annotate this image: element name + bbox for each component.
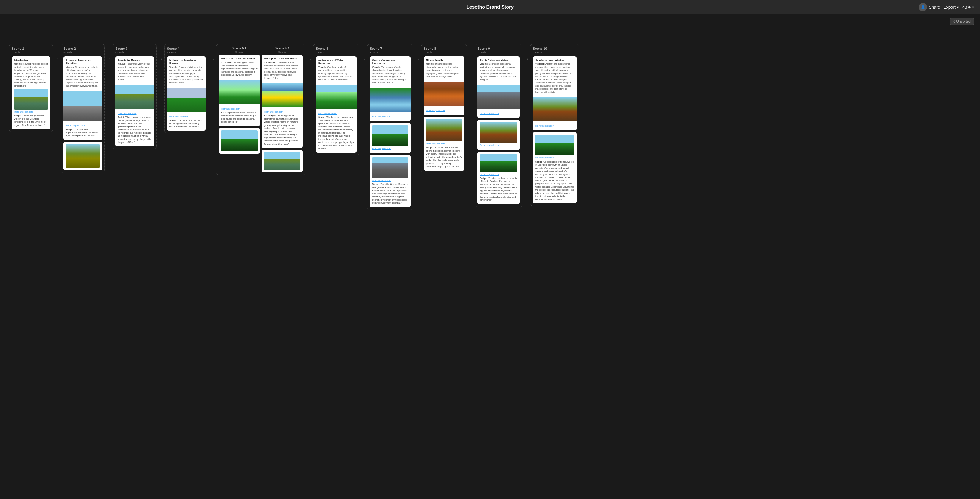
card-link[interactable]: From: unsplash.com	[426, 109, 462, 112]
card-8-1[interactable]: Mineral Wealth Visuals: Miners extractin…	[424, 56, 465, 115]
card-3-1[interactable]: Descriptive Majesty Visuals: Panoramic v…	[115, 56, 154, 147]
scene-10-title: Scene 10	[533, 47, 577, 50]
card-link[interactable]: From: unsplash.com	[264, 110, 301, 113]
scene-1-cards: Introduction Visuals: A sweeping aerial …	[12, 56, 50, 129]
card-7-1[interactable]: Water's Journey and Importance Visuals: …	[370, 56, 410, 121]
card-10-2[interactable]: From: unsplash.com Script: "So amongst o…	[533, 132, 577, 203]
card-image	[264, 152, 301, 170]
scene-8-count: 5 cards	[424, 51, 465, 54]
scene-9-cards: Call to Action and Vision Visuals: Scene…	[477, 56, 520, 204]
arrow-1-2: →	[53, 56, 61, 62]
scene-group-2: Scene 2 5 cards Symbol of Experience Ele…	[61, 44, 105, 173]
card-8-2[interactable]: From: unsplash.com Script: "In our Kingd…	[424, 117, 465, 171]
card-5-2-1[interactable]: Description of Natural Beauty 5.2 Visual…	[262, 55, 303, 148]
card-link[interactable]: From: unsplash.com	[66, 124, 100, 127]
card-link[interactable]: From: unsplash.com	[372, 115, 408, 118]
card-7-3[interactable]: From: unsplash.com Script: "From the Ora…	[370, 155, 410, 207]
card-link[interactable]: From: unsplash.com	[221, 107, 258, 110]
card-image	[477, 85, 520, 109]
scene-5-2-box: Scene 5.2 5 cards Description of Natural…	[262, 47, 303, 172]
scene-group-5: Scene 5.1 5 cards Description of Natural…	[216, 44, 305, 175]
scene-5-1-cards: Description of Natural Beauty 5.1 Visual…	[219, 55, 260, 154]
scene-5-2-title: Scene 5.2	[262, 47, 303, 50]
card-link[interactable]: From: unsplash.com	[480, 112, 517, 115]
scene-7-count: 7 cards	[370, 51, 410, 54]
card-section-label: Invitation to Experience Elevation	[169, 59, 203, 65]
card-section-label: Descriptive Majesty	[118, 59, 151, 62]
arrow-4-5: →	[208, 56, 216, 62]
scene-8-cards: Mineral Wealth Visuals: Miners extractin…	[424, 56, 465, 171]
card-image	[535, 135, 574, 155]
card-link[interactable]: From: unsplash.com	[480, 144, 517, 147]
share-button[interactable]: 👤 Share	[919, 3, 940, 11]
card-link[interactable]: From: unsplash.com	[118, 112, 151, 115]
card-5-1-1[interactable]: Description of Natural Beauty 5.1 Visual…	[219, 55, 260, 126]
card-link[interactable]: From: unsplash.com	[318, 112, 354, 115]
card-image	[221, 131, 258, 151]
card-link[interactable]: From: unsplash.com	[169, 115, 203, 118]
scene-3-title: Scene 3	[115, 47, 154, 50]
card-link[interactable]: From: unsplash.com	[480, 173, 517, 176]
card-1-1[interactable]: Introduction Visuals: A sweeping aerial …	[12, 56, 50, 129]
card-4-1[interactable]: Invitation to Experience Elevation Visua…	[167, 56, 206, 131]
app-header: Lesotho Brand Story 👤 Share Export ▾ 43%…	[0, 0, 980, 14]
chevron-down-icon: ▾	[972, 5, 974, 10]
card-link[interactable]: From: unsplash.com	[372, 179, 408, 182]
card-5-2-2[interactable]	[262, 150, 303, 172]
card-7-2[interactable]: From: unsplash.com	[370, 123, 410, 153]
card-6-1[interactable]: Agriculture and Water Resources Visuals:…	[316, 56, 356, 153]
scene-group-9: Scene 9 7 cards Call to Action and Visio…	[475, 44, 522, 207]
card-image	[426, 119, 462, 142]
card-image	[64, 91, 102, 121]
card-9-2[interactable]: From: unsplash.com	[477, 120, 520, 150]
scene-7-title: Scene 7	[370, 47, 410, 50]
card-9-3[interactable]: From: unsplash.com Script: "This too can…	[477, 152, 520, 204]
page-title: Lesotho Brand Story	[466, 5, 514, 10]
chevron-down-icon: ▾	[957, 5, 959, 10]
scene-group-7: Scene 7 7 cards Water's Journey and Impo…	[367, 44, 413, 210]
scene-10-cards: Conclusion and Invitation Visuals: A vib…	[533, 56, 577, 203]
card-link[interactable]: From: unsplash.com	[426, 142, 462, 145]
card-2-1[interactable]: Symbol of Experience Elevation Visuals: …	[64, 56, 102, 140]
scene-6-count: 4 cards	[316, 51, 356, 54]
scene-10-count: 6 cards	[533, 51, 577, 54]
scene-group-3: Scene 3 4 cards Descriptive Majesty Visu…	[113, 44, 157, 149]
card-9-1[interactable]: Call to Action and Vision Visuals: Scene…	[477, 56, 520, 118]
card-10-1[interactable]: Conclusion and Invitation Visuals: A vib…	[533, 56, 577, 131]
card-image	[167, 88, 206, 112]
card-link[interactable]: From: unsplash.com	[535, 124, 574, 127]
card-link[interactable]: From: unsplash.com	[14, 110, 48, 113]
card-image	[219, 80, 260, 104]
card-section-label: Mineral Wealth	[426, 59, 462, 62]
card-5-1-2[interactable]	[219, 128, 260, 154]
card-image	[372, 125, 408, 146]
scene-6-cards: Agriculture and Water Resources Visuals:…	[316, 56, 356, 153]
card-image	[316, 85, 356, 109]
scene-4-count: 4 cards	[167, 51, 206, 54]
scene-1-count: 4 cards	[12, 51, 50, 54]
scene-group-8: Scene 8 5 cards Mineral Wealth Visuals: …	[421, 44, 467, 173]
avatar: 👤	[919, 3, 927, 11]
scene-2-title: Scene 2	[64, 47, 102, 50]
scene-3-count: 4 cards	[115, 51, 154, 54]
card-image	[372, 157, 408, 178]
export-button[interactable]: Export ▾	[944, 5, 959, 10]
header-actions: 👤 Share Export ▾ 43% ▾	[919, 3, 974, 11]
arrow-6-7: →	[359, 56, 367, 62]
card-2-2[interactable]	[64, 142, 102, 170]
zoom-control[interactable]: 43% ▾	[963, 5, 974, 10]
scene-6-title: Scene 6	[316, 47, 356, 50]
scene-7-cards: Water's Journey and Importance Visuals: …	[370, 56, 410, 207]
scene-group-10: Scene 10 6 cards Conclusion and Invitati…	[530, 44, 579, 206]
scene-group-6: Scene 6 4 cards Agriculture and Water Re…	[313, 44, 359, 155]
scene-group-4: Scene 4 4 cards Invitation to Experience…	[164, 44, 208, 133]
scene-5-2-count: 5 cards	[262, 51, 303, 53]
card-image	[424, 82, 465, 106]
card-link[interactable]: From: unsplash.com	[372, 147, 408, 150]
arrow-8-9: →	[467, 56, 475, 62]
card-link[interactable]: From: unsplash.com	[535, 156, 574, 159]
arrow-9-10: →	[522, 56, 530, 62]
arrow-7-8: →	[413, 56, 421, 62]
arrow-3-4: →	[157, 56, 164, 62]
arrow-5-6: →	[305, 56, 313, 62]
